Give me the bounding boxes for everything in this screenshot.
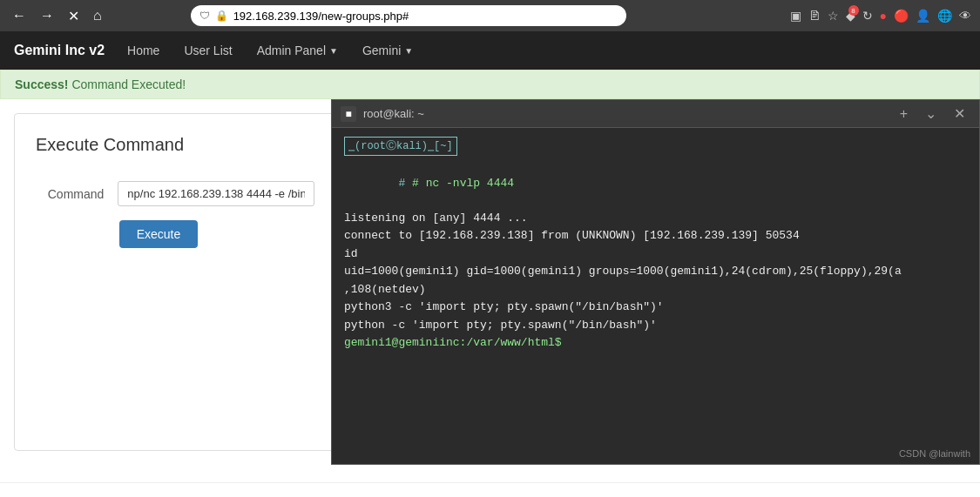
terminal-line-3: uid=1000(gemini1) gid=1000(gemini1) grou…	[344, 263, 967, 280]
execute-button[interactable]: Execute	[119, 220, 198, 248]
terminal-close[interactable]: ✕	[949, 104, 970, 124]
bookmark-icon[interactable]: ☆	[828, 9, 839, 23]
terminal-line-4: ,108(netdev)	[344, 281, 967, 299]
navbar: Gemini Inc v2 Home User List Admin Panel…	[0, 31, 980, 70]
close-button[interactable]: ✕	[64, 4, 83, 28]
adminpanel-arrow-icon: ▼	[329, 46, 338, 56]
terminal-app-icon: ■	[341, 106, 356, 122]
terminal-body: ⎯(rootⒸkali)⎯[~] # # nc -nvlp 4444 liste…	[332, 128, 979, 464]
avatar-icon[interactable]: 👁	[959, 9, 971, 23]
command-form: Command Execute	[36, 181, 314, 248]
alert-message: Command Executed!	[71, 77, 186, 91]
gemini-arrow-icon: ▼	[404, 46, 413, 56]
terminal-menu[interactable]: ⌄	[920, 104, 942, 124]
command-label: Command	[36, 187, 104, 201]
nav-gemini[interactable]: Gemini ▼	[357, 40, 418, 61]
nav-adminpanel[interactable]: Admin Panel ▼	[252, 40, 343, 61]
command-card-title: Execute Command	[36, 135, 314, 155]
lock-icon: 🔒	[215, 10, 228, 22]
terminal-line-5: python3 -c 'import pty; pty.spawn("/bin/…	[344, 299, 967, 316]
address-text: 192.168.239.139/new-groups.php#	[233, 10, 409, 23]
terminal-controls: + ⌄ ✕	[895, 104, 970, 124]
home-button[interactable]: ⌂	[90, 4, 105, 27]
terminal-arrow: #	[398, 177, 412, 190]
terminal-line-0: listening on [any] 4444 ...	[344, 210, 967, 227]
shield-icon: 🛡	[199, 10, 210, 22]
user-icon[interactable]: 👤	[916, 9, 930, 23]
terminal-prompt-box: ⎯(rootⒸkali)⎯[~]	[344, 137, 457, 156]
translate-icon[interactable]: 🖹	[808, 9, 821, 23]
navbar-brand: Gemini Inc v2	[14, 43, 105, 58]
page-content: Execute Command Command Execute ■ root@k…	[0, 99, 980, 465]
nav-home[interactable]: Home	[122, 40, 165, 61]
address-bar[interactable]: 🛡 🔒 192.168.239.139/new-groups.php#	[191, 5, 626, 26]
browser-actions: ▣ 🖹 ☆ ◆ 8 ↻ ● 🔴 👤 🌐 👁	[790, 9, 971, 23]
terminal-cmd-text: # nc -nvlp 4444	[412, 177, 514, 190]
extensions-icon[interactable]: ▣	[790, 9, 801, 23]
terminal-title: root@kali: ~	[363, 107, 888, 120]
back-button[interactable]: ←	[9, 4, 30, 27]
command-form-row: Command	[36, 181, 314, 206]
forward-button[interactable]: →	[37, 4, 57, 27]
command-input[interactable]	[118, 181, 314, 206]
addon-icon[interactable]: 🔴	[894, 9, 909, 23]
terminal-overlay: ■ root@kali: ~ + ⌄ ✕ ⎯(rootⒸkali)⎯[~] # …	[331, 99, 980, 465]
footer: Gemini Inc V2 About us Twitter Contact T…	[0, 482, 980, 497]
alert-banner: Success! Command Executed!	[0, 70, 980, 99]
terminal-watermark: CSDN @lainwith	[899, 448, 970, 459]
terminal-line-1: connect to [192.168.239.138] from (UNKNO…	[344, 227, 967, 245]
terminal-titlebar: ■ root@kali: ~ + ⌄ ✕	[332, 100, 979, 128]
translate2-icon[interactable]: 🌐	[937, 9, 952, 23]
terminal-cmd-line: # # nc -nvlp 4444	[344, 158, 967, 209]
terminal-add-tab[interactable]: +	[895, 104, 913, 124]
refresh-icon[interactable]: ↻	[862, 9, 873, 23]
command-card: Execute Command Command Execute	[14, 113, 336, 451]
puzzle-icon[interactable]: ◆ 8	[846, 9, 855, 23]
terminal-line-6: python -c 'import pty; pty.spawn("/bin/b…	[344, 317, 967, 334]
alert-strong: Success!	[15, 77, 68, 91]
terminal-prompt: ⎯(rootⒸkali)⎯[~]	[344, 137, 967, 156]
terminal-line-2: id	[344, 245, 967, 263]
terminal-line-7: gemini1@geminiinc:/var/www/html$	[344, 334, 967, 352]
browser-chrome: ← → ✕ ⌂ 🛡 🔒 192.168.239.139/new-groups.p…	[0, 0, 980, 31]
badge: 8	[848, 5, 859, 16]
nav-userlist[interactable]: User List	[179, 40, 237, 61]
notification-icon[interactable]: ●	[880, 9, 887, 23]
navbar-links: Home User List Admin Panel ▼ Gemini ▼	[122, 40, 418, 61]
